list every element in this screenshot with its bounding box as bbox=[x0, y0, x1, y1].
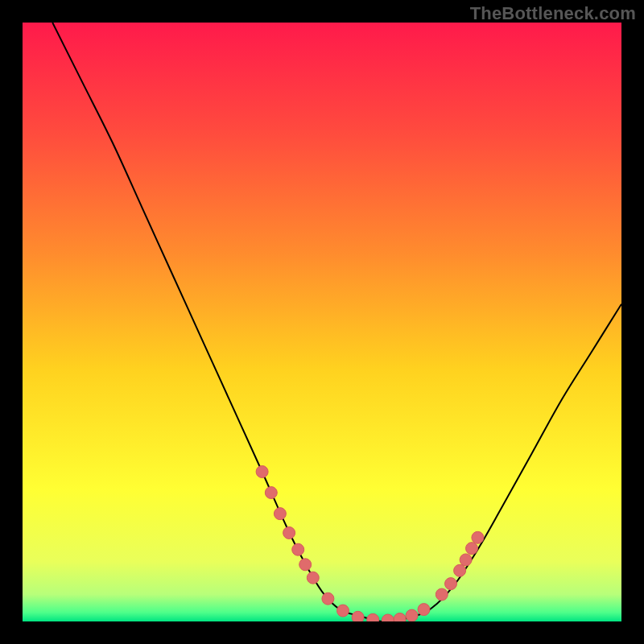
marker-dot bbox=[299, 559, 312, 571]
marker-dot bbox=[436, 588, 448, 601]
marker-dot bbox=[460, 554, 472, 566]
marker-dot bbox=[382, 614, 394, 621]
marker-dot bbox=[367, 613, 379, 621]
marker-group bbox=[256, 466, 484, 622]
marker-dot bbox=[472, 531, 484, 543]
marker-dot bbox=[265, 487, 277, 499]
marker-dot bbox=[466, 543, 478, 555]
marker-dot bbox=[454, 564, 466, 576]
marker-dot bbox=[322, 592, 334, 605]
marker-dot bbox=[292, 543, 304, 555]
bottleneck-curve bbox=[52, 23, 621, 621]
chart-svg bbox=[23, 23, 621, 621]
marker-dot bbox=[418, 604, 430, 616]
marker-dot bbox=[337, 605, 349, 617]
marker-dot bbox=[406, 609, 418, 621]
marker-dot bbox=[307, 572, 319, 584]
chart-frame bbox=[23, 23, 621, 621]
marker-dot bbox=[445, 578, 457, 590]
marker-dot bbox=[256, 466, 268, 478]
marker-dot bbox=[283, 526, 295, 539]
watermark-text: TheBottleneck.com bbox=[470, 3, 636, 24]
marker-dot bbox=[394, 613, 406, 622]
marker-dot bbox=[274, 508, 286, 520]
marker-dot bbox=[352, 611, 364, 621]
